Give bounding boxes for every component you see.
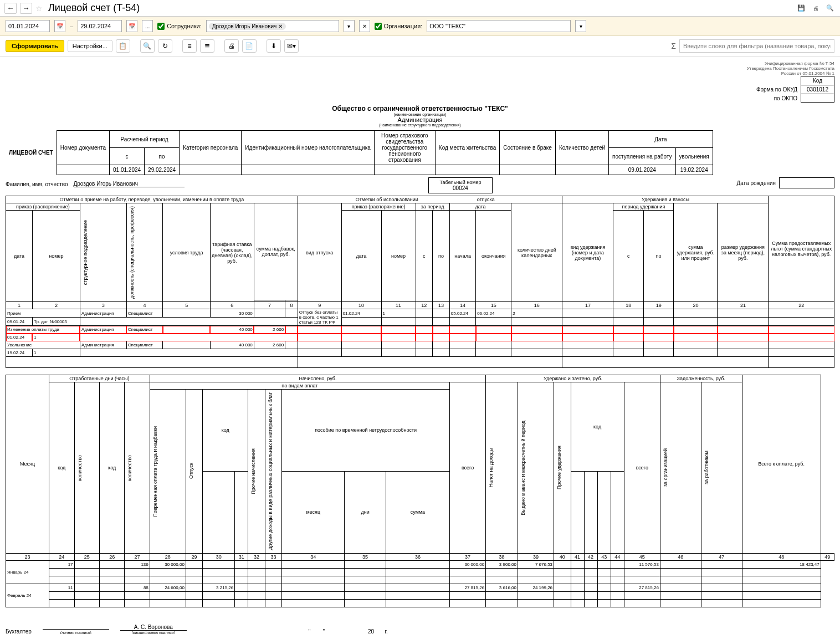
dept-caption: (наименование структурного подразделения…	[6, 123, 834, 127]
form-meta: Унифицированная форма № Т-54 Утверждена …	[6, 61, 834, 76]
date-from-cal-icon[interactable]: 📅	[54, 20, 65, 32]
copy-settings-icon[interactable]: 📋	[116, 39, 130, 53]
report-title: ЛИЦЕВОЙ СЧЕТ	[6, 131, 57, 175]
report-body: Унифицированная форма № Т-54 Утверждена …	[0, 57, 840, 634]
section2-table: Месяц Отработанные дни (часы) Начислено,…	[6, 375, 834, 607]
employees-clear-icon[interactable]: ✕	[359, 20, 370, 32]
top-toolbar: ← → ☆ Лицевой счет (T-54) 💾 🖨 🔍	[0, 0, 840, 17]
generate-button[interactable]: Сформировать	[6, 40, 64, 52]
fio-value: Дроздов Игорь Иванович	[74, 181, 185, 187]
date-to-cal-icon[interactable]: 📅	[126, 20, 137, 32]
forward-button[interactable]: →	[20, 3, 32, 14]
favorite-icon[interactable]: ☆	[35, 4, 43, 13]
find-icon[interactable]: 🔍	[140, 39, 155, 53]
action-bar: Сформировать Настройки... 📋 🔍 ↻ ≡ ≣ 🖨 📄 …	[0, 36, 840, 57]
filter-input[interactable]	[679, 39, 834, 53]
sigma-icon[interactable]: Σ	[671, 42, 676, 50]
org-checkbox[interactable]: Организация:	[375, 23, 422, 30]
org-full-name: Общество с ограниченной ответственностью…	[6, 105, 834, 113]
org-dropdown-icon[interactable]: ▾	[575, 20, 586, 32]
dept-name: Администрация	[6, 116, 834, 123]
back-button[interactable]: ←	[4, 3, 17, 14]
birth-value	[779, 177, 834, 188]
save-icon[interactable]: 💾	[796, 3, 807, 14]
fio-label: Фамилия, имя, отчество	[6, 181, 68, 187]
date-separator: –	[70, 23, 73, 29]
code-table: Код Форма по ОКУД0301012 по ОКПО	[753, 76, 834, 103]
signature-footer: Бухгалтер (личная подпись) А. С. Воронов…	[6, 624, 834, 634]
date-to-input[interactable]	[78, 20, 122, 32]
employees-dropdown-icon[interactable]: ▾	[344, 20, 355, 32]
preview-icon[interactable]: 📄	[242, 39, 257, 53]
section1-table: Отметки о приеме на работу, переводе, ув…	[6, 196, 834, 368]
employee-tag[interactable]: Дроздов Игорь Иванович ✕	[209, 23, 286, 30]
expand-icon[interactable]: ≡	[182, 39, 197, 53]
page-title: Лицевой счет (T-54)	[48, 2, 140, 14]
org-caption: (наименование организации)	[6, 113, 834, 116]
search-icon[interactable]: 🔍	[824, 3, 836, 14]
date-range-button[interactable]: ...	[142, 20, 153, 32]
download-icon[interactable]: ⬇	[267, 39, 281, 53]
filter-bar: 📅 – 📅 ... Сотрудники: Дроздов Игорь Иван…	[0, 17, 840, 36]
settings-button[interactable]: Настройки...	[68, 40, 112, 52]
print-icon[interactable]: 🖨	[810, 3, 821, 14]
doc-header-table: ЛИЦЕВОЙ СЧЕТ Номер документа Расчетный п…	[6, 130, 713, 175]
email-icon[interactable]: ✉▾	[284, 39, 299, 53]
collapse-icon[interactable]: ≣	[200, 39, 214, 53]
refresh-icon[interactable]: ↻	[158, 39, 172, 53]
tab-num-box: Табельный номер 00024	[428, 177, 493, 193]
print-button-icon[interactable]: 🖨	[224, 39, 239, 53]
date-from-input[interactable]	[6, 20, 50, 32]
birth-label: Дата рождения	[736, 180, 776, 186]
org-input[interactable]	[427, 20, 571, 32]
employees-input[interactable]: Дроздов Игорь Иванович ✕	[206, 20, 339, 32]
employees-checkbox[interactable]: Сотрудники:	[157, 23, 202, 30]
